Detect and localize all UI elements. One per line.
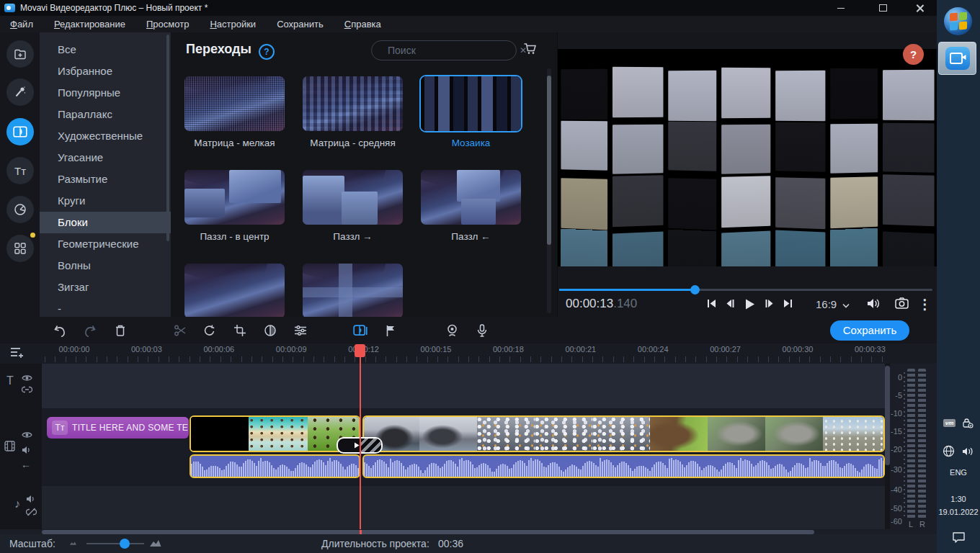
- title-track-link-toggle[interactable]: [22, 385, 32, 394]
- floating-help-button[interactable]: ?: [903, 44, 924, 65]
- network-globe-icon[interactable]: [943, 445, 955, 457]
- volume-button[interactable]: [866, 297, 881, 310]
- category-scrollbar[interactable]: [166, 35, 169, 241]
- panel-scrollbar[interactable]: [547, 68, 551, 313]
- menu-view[interactable]: Просмотр: [146, 19, 189, 30]
- transition-thumbnail[interactable]: [421, 170, 521, 225]
- transition-card-puzzle-center[interactable]: Паззл - в центр: [184, 170, 285, 242]
- aspect-ratio-select[interactable]: 16:9: [816, 298, 850, 310]
- clock-date[interactable]: 19.01.2022: [937, 508, 980, 516]
- transition-card-matrix-medium[interactable]: Матрица - средняя: [303, 76, 403, 148]
- search-input[interactable]: [386, 44, 520, 57]
- zoom-out-icon[interactable]: [68, 539, 79, 547]
- playhead-marker[interactable]: [355, 344, 365, 357]
- titles-button[interactable]: Tт: [6, 157, 34, 184]
- seek-bar-thumb[interactable]: [690, 285, 700, 295]
- transition-thumbnail[interactable]: [303, 76, 403, 131]
- timeline-ruler[interactable]: 00:00:0000:00:0300:00:0600:00:0900:00:12…: [0, 343, 937, 364]
- seek-bar[interactable]: [559, 289, 932, 291]
- vmware-tray-icon[interactable]: vm: [943, 419, 956, 427]
- transition-card-row3-2[interactable]: [303, 264, 403, 317]
- frame-back-button[interactable]: [724, 297, 736, 310]
- audio-clip-2[interactable]: [362, 454, 885, 478]
- transition-thumbnail[interactable]: [421, 76, 521, 131]
- crop-button[interactable]: [232, 323, 248, 338]
- title-clip[interactable]: Tт TITLE HERE AND SOME TE: [47, 417, 189, 439]
- clip-properties-button[interactable]: [293, 323, 308, 338]
- category-favorites[interactable]: Избранное: [40, 60, 171, 82]
- category-artistic[interactable]: Художественные: [40, 125, 171, 147]
- more-options-button[interactable]: ⋮: [918, 296, 932, 313]
- save-button[interactable]: Сохранить: [830, 320, 909, 341]
- redo-button[interactable]: [82, 323, 98, 338]
- store-cart-button[interactable]: [523, 42, 537, 55]
- video-track-collapse-arrow[interactable]: ←: [21, 459, 31, 470]
- rotate-button[interactable]: [202, 323, 218, 338]
- prev-clip-button[interactable]: [705, 297, 718, 310]
- category-circles[interactable]: Круги: [40, 190, 171, 212]
- start-button[interactable]: [944, 7, 972, 35]
- language-indicator[interactable]: ENG: [937, 468, 980, 477]
- menu-settings[interactable]: Настройки: [210, 19, 256, 30]
- transition-wizard-button[interactable]: [352, 323, 368, 338]
- snapshot-button[interactable]: [895, 297, 909, 309]
- marker-button[interactable]: [383, 323, 398, 338]
- transition-card-matrix-fine[interactable]: Матрица - мелкая: [184, 76, 285, 148]
- color-adjust-button[interactable]: [262, 323, 278, 338]
- close-button[interactable]: [905, 0, 935, 16]
- category-geometric[interactable]: Геометрические: [40, 233, 171, 255]
- effects-button[interactable]: [6, 78, 34, 106]
- video-track-visibility-toggle[interactable]: [22, 431, 32, 439]
- category-all[interactable]: Все: [40, 39, 171, 60]
- category-waves[interactable]: Волны: [40, 255, 171, 276]
- transition-thumbnail[interactable]: [303, 264, 403, 317]
- maximize-button[interactable]: [868, 0, 898, 16]
- zoom-slider-thumb[interactable]: [120, 539, 130, 549]
- menu-file[interactable]: Файл: [10, 19, 33, 30]
- taskbar-app-movavi[interactable]: [938, 42, 976, 75]
- playhead-line[interactable]: [360, 345, 361, 529]
- video-clip-1[interactable]: [190, 415, 360, 452]
- transition-card-puzzle-right[interactable]: Паззл →: [303, 170, 403, 242]
- transition-card-mosaic-selected[interactable]: Мозаика: [421, 76, 521, 148]
- audio-clip-1[interactable]: [190, 454, 360, 478]
- import-media-button[interactable]: [6, 40, 34, 68]
- zoom-in-icon[interactable]: [149, 539, 161, 547]
- category-blocks[interactable]: Блоки: [40, 212, 171, 233]
- transition-thumbnail[interactable]: [303, 170, 403, 225]
- stickers-button[interactable]: [6, 196, 34, 223]
- category-parallax[interactable]: Параллакс: [40, 104, 171, 125]
- category-popular[interactable]: Популярные: [40, 82, 171, 104]
- more-tools-button[interactable]: [6, 235, 34, 262]
- menu-edit[interactable]: Редактирование: [54, 19, 125, 30]
- next-clip-button[interactable]: [782, 297, 794, 310]
- menu-help[interactable]: Справка: [344, 19, 381, 30]
- split-button[interactable]: [172, 323, 188, 338]
- webcam-capture-button[interactable]: [444, 323, 460, 338]
- panel-scrollbar-thumb[interactable]: [547, 76, 551, 245]
- transition-card-row3-1[interactable]: [184, 264, 285, 317]
- frame-forward-button[interactable]: [763, 297, 775, 310]
- play-button[interactable]: [743, 297, 757, 311]
- transition-thumbnail[interactable]: [184, 264, 285, 317]
- security-tray-icon[interactable]: [962, 418, 974, 428]
- volume-tray-icon[interactable]: [962, 446, 974, 457]
- notification-center-button[interactable]: [937, 531, 980, 545]
- category-fade[interactable]: Угасание: [40, 147, 171, 168]
- category-blur[interactable]: Размытие: [40, 168, 171, 190]
- title-track-visibility-toggle[interactable]: [22, 374, 32, 382]
- record-audio-button[interactable]: [474, 323, 490, 338]
- audio-track-unlink-toggle[interactable]: [26, 508, 37, 516]
- undo-button[interactable]: [52, 323, 68, 338]
- add-track-button[interactable]: [9, 346, 25, 360]
- category-zigzag[interactable]: Зигзаг: [40, 276, 171, 298]
- help-icon[interactable]: ?: [259, 44, 275, 60]
- minimize-button[interactable]: [826, 0, 856, 16]
- transition-card-puzzle-left[interactable]: Паззл ←: [421, 170, 521, 242]
- zoom-slider[interactable]: [86, 543, 144, 544]
- audio-track-mute-toggle[interactable]: [26, 495, 36, 503]
- video-track-mute-toggle[interactable]: [22, 446, 32, 454]
- transition-thumbnail[interactable]: [184, 170, 285, 225]
- transition-thumbnail[interactable]: [184, 76, 285, 131]
- clock-time[interactable]: 1:30: [937, 495, 980, 503]
